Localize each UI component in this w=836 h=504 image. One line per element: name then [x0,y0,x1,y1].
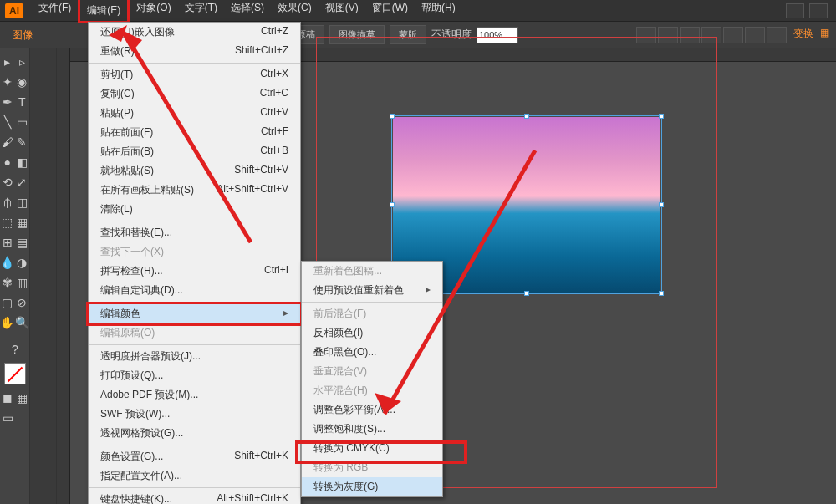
shape-builder-tool[interactable]: ⬚ [0,212,15,232]
eraser-tool[interactable]: ◧ [15,152,30,172]
menu-help[interactable]: 帮助(H) [415,0,462,23]
pencil-tool[interactable]: ✎ [15,132,30,152]
menu-object[interactable]: 对象(O) [130,0,177,23]
menu-effect[interactable]: 效果(C) [271,0,319,23]
blob-brush-tool[interactable]: ● [0,152,15,172]
app-logo: Ai [5,3,23,18]
color-mode-2[interactable]: ▦ [15,388,30,408]
perspective-grid-tool[interactable]: ▦ [15,212,30,232]
width-tool[interactable]: ⫛ [0,192,15,212]
rectangle-tool[interactable]: ▭ [15,112,30,132]
paintbrush-tool[interactable]: 🖌 [0,132,15,152]
fill-stroke-toggle[interactable]: ? [0,339,30,359]
align-icon-7[interactable] [767,27,787,43]
submenu-item-G[interactable]: 转换为灰度(G) [302,477,442,496]
titlebar-btn-1[interactable] [786,3,804,18]
menu-item-K[interactable]: 键盘快捷键(K)...Alt+Shift+Ctrl+K [89,490,300,504]
ruler-vertical [57,48,70,504]
lasso-tool[interactable]: ◉ [15,72,30,92]
menu-edit[interactable]: 编辑(E) [78,0,130,23]
scale-tool[interactable]: ⤢ [15,172,30,192]
titlebar-btn-2[interactable] [809,3,828,18]
fill-color-swatch[interactable] [4,363,26,384]
menu-select[interactable]: 选择(S) [224,0,271,23]
collapsed-panels: 未 [30,48,57,504]
svg-line-4 [385,150,535,414]
menu-file[interactable]: 文件(F) [32,0,78,23]
slice-tool[interactable]: ⊘ [15,293,30,313]
eyedropper-tool[interactable]: 💧 [0,252,15,272]
type-tool[interactable]: T [15,92,30,112]
gradient-tool[interactable]: ▤ [15,232,30,252]
pen-tool[interactable]: ✒ [0,92,15,112]
rotate-tool[interactable]: ⟲ [0,172,15,192]
artboard-tool[interactable]: ▢ [0,293,15,313]
menu-bar: 文件(F) 编辑(E) 对象(O) 文字(T) 选择(S) 效果(C) 视图(V… [32,0,462,23]
selection-type-label: 图像 [3,28,42,43]
svg-marker-5 [375,393,401,414]
line-tool[interactable]: ╲ [0,112,15,132]
resize-handle-tm[interactable] [524,114,529,119]
mesh-tool[interactable]: ⊞ [0,232,15,252]
resize-handle-tl[interactable] [390,114,395,119]
align-icon-6[interactable] [745,27,765,43]
resize-handle-tr[interactable] [659,114,664,119]
annotation-arrow-2 [234,134,568,468]
menu-type[interactable]: 文字(T) [178,0,224,23]
transform-label[interactable]: 变换 [788,27,818,43]
screen-mode[interactable]: ▭ [0,408,15,428]
tools-panel: ▸▹ ✦◉ ✒T ╲▭ 🖌✎ ●◧ ⟲⤢ ⫛◫ ⬚▦ ⊞▤ 💧◑ ✾▥ ▢⊘ ✋… [0,48,30,504]
blend-tool[interactable]: ◑ [15,252,30,272]
svg-marker-3 [119,28,142,52]
direct-selection-tool[interactable]: ▹ [15,52,30,72]
zoom-tool[interactable]: 🔍 [15,313,30,333]
menu-item-A[interactable]: 指定配置文件(A)... [89,466,300,486]
free-transform-tool[interactable]: ◫ [15,192,30,212]
align-icon-5[interactable] [723,27,743,43]
title-bar: Ai 文件(F) 编辑(E) 对象(O) 文字(T) 选择(S) 效果(C) 视… [0,0,836,22]
resize-handle-br[interactable] [659,291,664,296]
column-graph-tool[interactable]: ▥ [15,272,30,293]
menu-window[interactable]: 窗口(W) [365,0,415,23]
svg-line-0 [130,42,251,242]
hand-tool[interactable]: ✋ [0,313,15,333]
magic-wand-tool[interactable]: ✦ [0,72,15,92]
align-group-icon[interactable]: ▦ [820,27,829,43]
color-mode-1[interactable]: ◼ [0,388,15,408]
selection-tool[interactable]: ▸ [0,52,15,72]
resize-handle-mr[interactable] [659,202,664,207]
symbol-sprayer-tool[interactable]: ✾ [0,272,15,293]
menu-view[interactable]: 视图(V) [319,0,365,23]
